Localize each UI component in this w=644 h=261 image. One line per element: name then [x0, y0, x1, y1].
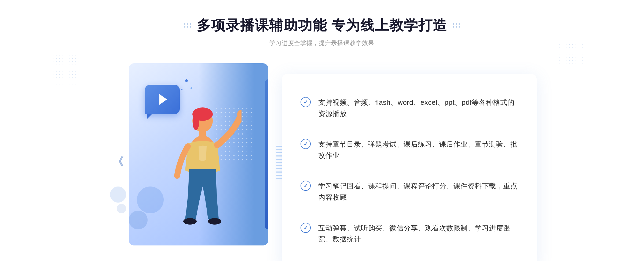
- illustration-area: 《: [107, 63, 290, 256]
- play-icon: [159, 94, 167, 105]
- blue-vertical-bar: [265, 79, 268, 229]
- check-icon-1: ✓: [301, 97, 311, 107]
- features-card: ✓ 支持视频、音频、flash、word、excel、ppt、pdf等各种格式的…: [282, 74, 537, 261]
- dots-decoration-right: [558, 43, 585, 70]
- header-dots-left: [184, 23, 191, 28]
- main-content: 《: [107, 63, 537, 261]
- feature-text-1: 支持视频、音频、flash、word、excel、ppt、pdf等各种格式的资源…: [318, 97, 518, 119]
- chevron-left-icon: 《: [113, 156, 121, 167]
- outer-circle-deco: [110, 187, 126, 203]
- outer-circle-deco-2: [117, 204, 126, 213]
- play-bubble: [145, 85, 180, 114]
- feature-item-3: ✓ 学习笔记回看、课程提问、课程评论打分、课件资料下载，重点内容收藏: [301, 171, 518, 213]
- feature-item-2: ✓ 支持章节目录、弹题考试、课后练习、课后作业、章节测验、批改作业: [301, 129, 518, 171]
- svg-point-6: [183, 218, 197, 225]
- character-illustration: [161, 106, 241, 241]
- left-chevron-decoration: 《: [113, 154, 121, 169]
- dots-decoration-left: [48, 54, 80, 86]
- feature-text-3: 学习笔记回看、课程提问、课程评论打分、课件资料下载，重点内容收藏: [318, 181, 518, 203]
- sparkle-dot-3: [181, 89, 182, 90]
- header-decorators: 多项录播课辅助功能 专为线上教学打造: [184, 16, 460, 35]
- sparkle-dot-1: [185, 79, 188, 82]
- header-dots-right: [453, 23, 460, 28]
- feature-text-2: 支持章节目录、弹题考试、课后练习、课后作业、章节测验、批改作业: [318, 139, 518, 161]
- illustration-card: [129, 63, 268, 245]
- page-container: 多项录播课辅助功能 专为线上教学打造 学习进度全掌握，提升录播课教学效果 《: [0, 0, 644, 261]
- svg-point-7: [208, 218, 221, 225]
- feature-item-4: ✓ 互动弹幕、试听购买、微信分享、观看次数限制、学习进度跟踪、数据统计: [301, 213, 518, 255]
- circle-decoration-1: [137, 187, 164, 213]
- circle-decoration-2: [129, 211, 148, 229]
- check-icon-3: ✓: [301, 181, 311, 191]
- feature-text-4: 互动弹幕、试听购买、微信分享、观看次数限制、学习进度跟踪、数据统计: [318, 223, 518, 245]
- header-section: 多项录播课辅助功能 专为线上教学打造 学习进度全掌握，提升录播课教学效果: [184, 16, 460, 47]
- main-title: 多项录播课辅助功能 专为线上教学打造: [197, 16, 447, 35]
- sparkle-dot-2: [191, 87, 192, 89]
- feature-item-1: ✓ 支持视频、音频、flash、word、excel、ppt、pdf等各种格式的…: [301, 87, 518, 129]
- header-subtitle: 学习进度全掌握，提升录播课教学效果: [184, 39, 460, 47]
- check-icon-2: ✓: [301, 139, 311, 149]
- svg-point-2: [193, 114, 199, 130]
- check-icon-4: ✓: [301, 223, 311, 233]
